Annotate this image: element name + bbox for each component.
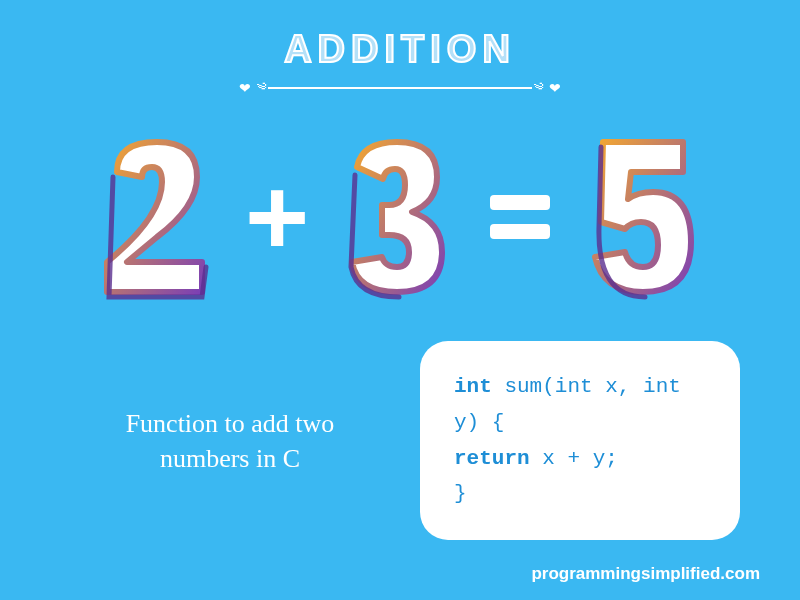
- code-line-3: }: [454, 476, 706, 512]
- plus-operator: +: [245, 162, 309, 272]
- caption-text: Function to add twonumbers in C: [80, 406, 380, 476]
- swirl-left-icon: ༄: [255, 79, 268, 97]
- equals-operator: [485, 187, 555, 247]
- divider-line: [268, 87, 532, 89]
- keyword-int: int: [454, 375, 492, 398]
- svg-rect-1: [490, 224, 550, 239]
- number-five-icon: [573, 127, 713, 307]
- svg-rect-0: [490, 195, 550, 210]
- code-line-1: int sum(int x, int y) {: [454, 369, 706, 440]
- swirl-right-icon: ༄: [532, 79, 545, 97]
- attribution-text: programmingsimplified.com: [531, 564, 760, 584]
- number-three-icon: [327, 127, 467, 307]
- code-snippet: int sum(int x, int y) { return x + y; }: [420, 341, 740, 540]
- keyword-return: return: [454, 447, 530, 470]
- code-line-2: return x + y;: [454, 441, 706, 477]
- heart-icon: ❤: [545, 80, 565, 97]
- number-two-icon: [87, 127, 227, 307]
- title-divider: ❤ ༄ ༄ ❤: [235, 79, 565, 97]
- equation-graphic: +: [0, 127, 800, 307]
- heart-icon: ❤: [235, 80, 255, 97]
- page-title: ADDITION: [0, 0, 800, 71]
- code-text: x + y;: [530, 447, 618, 470]
